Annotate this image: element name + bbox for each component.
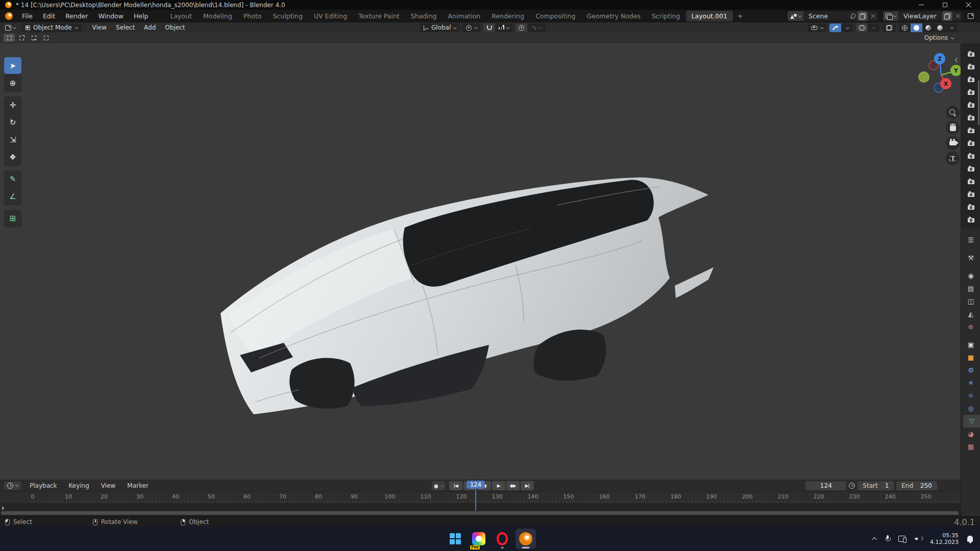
workspace-tab[interactable]: Modeling xyxy=(198,11,238,21)
expand-channels-icon[interactable] xyxy=(2,506,5,510)
timeline-menu-item[interactable]: Keying xyxy=(64,481,94,490)
current-frame-field[interactable]: 124 xyxy=(805,481,846,490)
timeline-scrollbar[interactable] xyxy=(1,511,959,515)
navigation-gizmo[interactable]: Z Y X xyxy=(915,52,961,101)
toggle-orthographic-button[interactable] xyxy=(946,152,960,165)
speaker-icon[interactable] xyxy=(914,536,921,542)
record-icon[interactable]: ● xyxy=(434,483,438,489)
properties-tab[interactable]: ⚙ xyxy=(961,364,980,377)
tool-button[interactable]: ➤ xyxy=(4,57,21,74)
workspace-tab[interactable]: Photo xyxy=(238,11,267,21)
remove-viewlayer-button[interactable] xyxy=(952,11,963,21)
select-mode-set-button[interactable] xyxy=(4,34,15,42)
timeline-menu-item[interactable]: Marker xyxy=(122,481,153,490)
3d-viewport[interactable]: ➤ ⊕ ✛ ↻ ⇲ ❖ xyxy=(0,43,961,480)
viewport-menu-item[interactable]: View xyxy=(88,23,111,32)
outliner-camera-item[interactable] xyxy=(961,149,980,162)
chevron-down-icon[interactable] xyxy=(440,484,444,487)
viewport-menu-item[interactable]: Select xyxy=(111,23,139,32)
add-workspace-button[interactable]: + xyxy=(733,11,748,21)
workspace-tab[interactable]: Scripting xyxy=(646,11,686,21)
timeline-editor-type-button[interactable] xyxy=(4,482,21,490)
workspace-tab[interactable]: UV Editing xyxy=(308,11,353,21)
properties-tab[interactable]: ◭ xyxy=(961,308,980,320)
outliner-scrollbar[interactable] xyxy=(978,80,979,125)
outliner-camera-item[interactable] xyxy=(961,175,980,188)
pivot-point-dropdown[interactable] xyxy=(462,23,480,32)
properties-panel[interactable]: ☰ ⚒ ◉ ▤ ◫ xyxy=(961,229,980,516)
tool-button[interactable]: ↻ xyxy=(4,114,21,131)
transport-button[interactable]: ▶| xyxy=(521,481,534,490)
outliner-panel[interactable] xyxy=(961,43,980,229)
proportional-falloff-dropdown[interactable]: ∿ xyxy=(527,23,546,32)
workspace-tab[interactable]: Sculpting xyxy=(267,11,308,21)
properties-tab[interactable]: ▽ xyxy=(963,415,980,428)
outliner-camera-item[interactable] xyxy=(961,47,980,60)
snap-settings-dropdown[interactable] xyxy=(495,23,512,32)
properties-tab[interactable]: ▣ xyxy=(961,338,980,351)
gizmo-neg-y-handle[interactable] xyxy=(919,72,929,82)
tray-expand-icon[interactable] xyxy=(872,537,877,542)
new-scene-button[interactable] xyxy=(857,11,868,21)
car-model[interactable] xyxy=(0,43,961,480)
overlays-settings-dropdown[interactable] xyxy=(868,23,879,32)
preview-range-clock-icon[interactable] xyxy=(849,483,855,489)
show-overlays-toggle[interactable] xyxy=(856,23,868,32)
shading-settings-dropdown[interactable] xyxy=(946,23,958,32)
properties-tab[interactable]: ◕ xyxy=(961,428,980,440)
properties-tab[interactable]: ☰ xyxy=(961,234,980,246)
workspace-tab[interactable]: Layout xyxy=(164,11,198,21)
properties-tab[interactable]: ⊕ xyxy=(961,320,980,333)
workspace-tab[interactable]: Layout.001 xyxy=(686,11,733,21)
outliner-camera-item[interactable] xyxy=(961,86,980,98)
blender-menu-logo-icon[interactable] xyxy=(5,12,13,20)
xray-toggle[interactable] xyxy=(883,23,896,32)
workspace-tab[interactable]: Rendering xyxy=(486,11,530,21)
tool-button[interactable]: ∠ xyxy=(4,188,21,205)
gizmo-settings-dropdown[interactable] xyxy=(841,23,853,32)
outliner-camera-item[interactable] xyxy=(961,213,980,226)
workspace-tab[interactable]: Animation xyxy=(443,11,486,21)
transport-button[interactable]: |◀ xyxy=(449,481,462,490)
properties-tab[interactable]: ▦ xyxy=(961,440,980,453)
properties-tab[interactable]: ⚒ xyxy=(961,252,980,264)
end-frame-field[interactable]: End 250 xyxy=(896,481,937,490)
start-button[interactable] xyxy=(445,529,465,549)
system-clock[interactable]: 05:35 4.12.2023 xyxy=(930,532,959,545)
camera-view-button[interactable] xyxy=(946,136,960,150)
tool-button[interactable]: ⊕ xyxy=(4,74,21,91)
microphone-icon[interactable] xyxy=(886,535,890,542)
menu-item[interactable]: Help xyxy=(129,11,154,21)
menu-item[interactable]: Edit xyxy=(38,11,60,21)
transport-button[interactable]: ◆▶ xyxy=(506,481,520,490)
transform-orientation-dropdown[interactable]: Global xyxy=(420,23,459,32)
outliner-camera-item[interactable] xyxy=(961,162,980,175)
outliner-camera-item[interactable] xyxy=(961,201,980,213)
viewlayer-browse-button[interactable] xyxy=(883,11,898,21)
timeline-ruler[interactable]: 0102030405060708090100110120130140150160… xyxy=(0,492,961,503)
properties-tab[interactable]: ■ xyxy=(961,351,980,364)
editor-corner-icon[interactable] xyxy=(968,13,974,19)
new-viewlayer-button[interactable] xyxy=(942,11,952,21)
outliner-camera-item[interactable] xyxy=(961,188,980,201)
outliner-camera-item[interactable] xyxy=(961,124,980,137)
timeline-menu-item[interactable]: View xyxy=(96,481,120,490)
viewport-menu-item[interactable]: Object xyxy=(160,23,189,32)
snap-toggle[interactable] xyxy=(483,23,495,32)
properties-tab[interactable]: ◫ xyxy=(961,295,980,308)
tool-button[interactable]: ⇲ xyxy=(4,131,21,148)
tool-button[interactable]: ✎ xyxy=(4,170,21,187)
transport-button[interactable]: ▶ xyxy=(492,481,505,490)
outliner-camera-item[interactable] xyxy=(961,73,980,86)
notifications-bell-icon[interactable] xyxy=(967,536,973,542)
show-gizmo-toggle[interactable] xyxy=(829,23,841,32)
current-frame-indicator[interactable]: 124 xyxy=(467,481,485,489)
playhead[interactable] xyxy=(475,490,476,511)
tool-button[interactable]: ⊞ xyxy=(4,210,21,227)
options-dropdown[interactable]: Options xyxy=(921,34,957,42)
workspace-tab[interactable]: Shading xyxy=(405,11,443,21)
outliner-camera-item[interactable] xyxy=(961,137,980,149)
close-button[interactable] xyxy=(957,0,980,10)
editor-type-button[interactable] xyxy=(3,24,17,32)
properties-tab[interactable]: ✳ xyxy=(961,377,980,389)
